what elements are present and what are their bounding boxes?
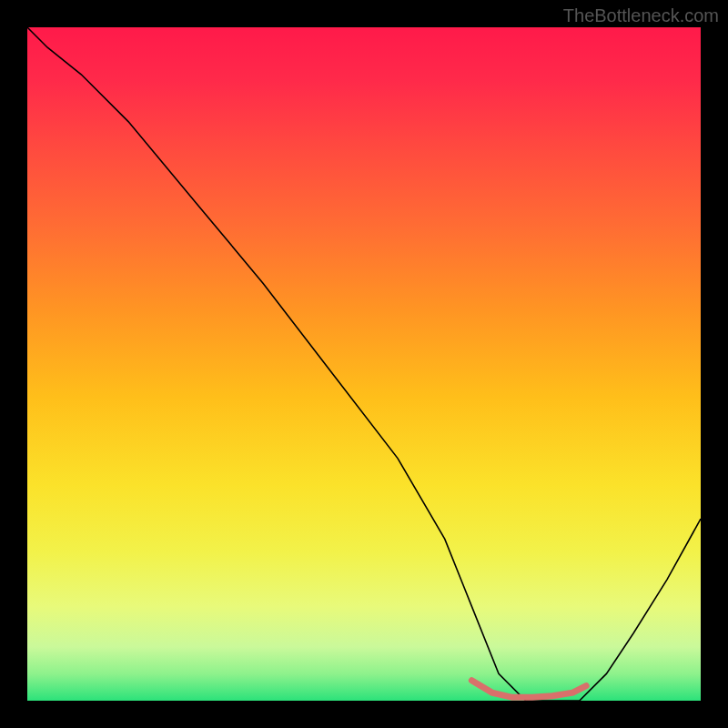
flat-minimum-highlight <box>471 681 586 698</box>
chart-curve <box>27 27 701 701</box>
bottleneck-curve <box>27 27 701 701</box>
attribution-text: TheBottleneck.com <box>563 5 719 26</box>
plot-area <box>27 27 701 701</box>
